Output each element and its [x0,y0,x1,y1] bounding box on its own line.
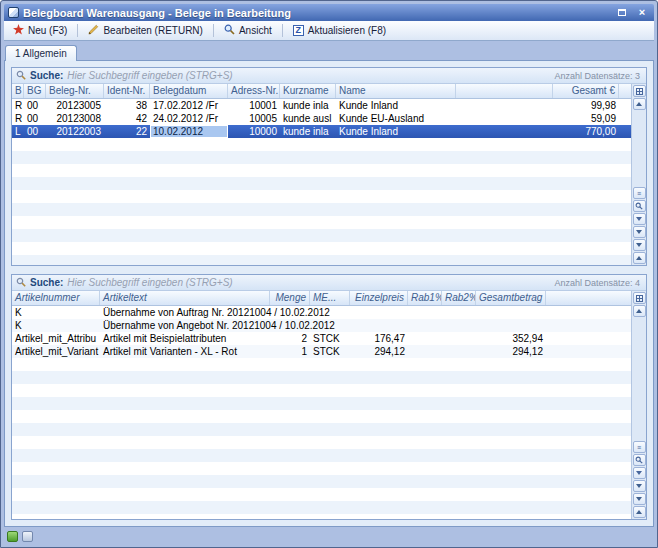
table-row[interactable]: K Übernahme von Angebot Nr. 20121004 / 1… [12,319,631,332]
search-icon [635,202,643,211]
documents-panel: Suche: Anzahl Datensätze: 3 B BG Beleg-N… [11,67,647,266]
maximize-button[interactable] [614,6,630,19]
table-row[interactable]: Artikel_mit_Attribu Artikel mit Beispiel… [12,332,631,345]
documents-search-row: Suche: Anzahl Datensätze: 3 [12,68,646,84]
column-header-einzelpreis[interactable]: Einzelpreis [350,291,408,305]
view-button[interactable]: Ansicht [218,22,278,39]
column-header-artikelnummer[interactable]: Artikelnummer [12,291,100,305]
column-header-beleg-nr[interactable]: Beleg-Nr. [46,84,104,98]
column-header-bg[interactable]: BG [24,84,46,98]
cell-belegdatum-editor[interactable]: 10.02.2012 [150,125,228,138]
documents-scrollbar: ≡ [631,84,646,265]
positions-search-input[interactable] [67,276,550,289]
positions-panel: Suche: Anzahl Datensätze: 4 Artikelnumme… [11,274,647,520]
column-header-kurzname[interactable]: Kurzname [280,84,336,98]
column-header-gesamt[interactable]: Gesamt € [553,84,619,98]
refresh-button[interactable]: Z Aktualisieren (F8) [287,22,392,39]
arrow-up-icon [636,102,642,106]
list-icon: ≡ [637,444,641,451]
column-chooser-button[interactable] [633,85,646,97]
toolbar-separator [213,24,214,37]
cell-adress-nr: 10001 [228,99,280,112]
table-row[interactable]: R 00 20123005 38 17.02.2012 /Fr 10001 ku… [12,99,631,112]
page-down-button[interactable] [633,493,646,505]
close-icon: × [639,7,645,18]
table-row[interactable]: Artikel_mit_Variant Artikel mit Variante… [12,345,631,358]
empty-rows-area [12,358,631,519]
column-header-artikeltext[interactable]: Artikeltext [100,291,270,305]
scroll-down-button[interactable] [633,226,646,238]
app-window: Belegboard Warenausgang - Belege in Bear… [0,0,658,548]
tab-allgemein[interactable]: 1 Allgemein [5,45,77,61]
column-header-end [619,84,631,98]
column-header-menge[interactable]: Menge [270,291,310,305]
view-button-label: Ansicht [239,25,272,36]
grid-columns-button[interactable]: ≡ [633,441,646,453]
table-row[interactable]: K Übernahme von Auftrag Nr. 20121004 / 1… [12,306,631,319]
grid-search-button[interactable] [633,454,646,466]
documents-search-input[interactable] [67,69,550,82]
window-title: Belegboard Warenausgang - Belege in Bear… [23,7,610,19]
cell-gesamt: 59,09 [553,112,619,125]
status-bar [4,527,654,544]
cell-kurzname: kunde ausl [280,112,336,125]
column-header-adress-nr[interactable]: Adress-Nr. [228,84,280,98]
cell-name: Kunde Inland [336,99,456,112]
positions-record-count: Anzahl Datensätze: 4 [554,278,642,288]
positions-search-row: Suche: Anzahl Datensätze: 4 [12,275,646,291]
page-up-button[interactable] [633,252,646,264]
column-header-name[interactable]: Name [336,84,456,98]
documents-grid: B BG Beleg-Nr. Ident-Nr. Belegdatum Adre… [12,84,646,265]
app-icon [8,7,19,18]
cell-gesamtbetrag [476,319,546,332]
cell-menge: 2 [270,332,310,345]
column-header-b[interactable]: B [12,84,24,98]
documents-table-header: B BG Beleg-Nr. Ident-Nr. Belegdatum Adre… [12,84,631,99]
titlebar[interactable]: Belegboard Warenausgang - Belege in Bear… [4,4,654,21]
cell-kurzname: kunde inla [280,125,336,138]
column-header-belegdatum[interactable]: Belegdatum [150,84,228,98]
cell-belegdatum: 17.02.2012 /Fr [150,99,228,112]
status-info-icon[interactable] [22,531,33,542]
edit-pencil-icon [88,24,99,37]
tab-strip: 1 Allgemein [4,41,654,60]
search-label: Suche: [30,70,63,81]
cell-artikeltext: Übernahme von Auftrag Nr. 20121004 / 10.… [100,306,270,319]
table-row-selected[interactable]: L 00 20122003 22 10.02.2012 10000 kunde … [12,125,631,138]
status-ok-icon[interactable] [7,531,18,542]
new-button[interactable]: Neu (F3) [7,22,73,39]
table-row[interactable]: R 00 20123008 42 24.02.2012 /Fr 10005 ku… [12,112,631,125]
grid-columns-button[interactable]: ≡ [633,187,646,199]
cell-einzelpreis: 176,47 [350,332,408,345]
page-up-button[interactable] [633,506,646,518]
grid-filter-button[interactable] [633,213,646,225]
refresh-icon: Z [293,25,304,36]
edit-button-label: Bearbeiten (RETURN) [103,25,202,36]
page-down-button[interactable] [633,239,646,251]
cell-ident-nr: 38 [104,99,150,112]
column-header-ident-nr[interactable]: Ident-Nr. [104,84,150,98]
column-header-gesamtbetrag[interactable]: Gesamtbetrag [476,291,546,305]
column-header-rab1[interactable]: Rab1% [408,291,442,305]
cell-artikeltext: Artikel mit Beispielattributen [100,332,270,345]
column-header-filler [546,291,631,305]
scroll-up-button[interactable] [633,305,646,317]
scroll-down-button[interactable] [633,480,646,492]
cell-artikelnummer: K [12,306,100,319]
cell-einzelpreis [350,306,408,319]
cell-artikeltext: Artikel mit Varianten - XL - Rot [100,345,270,358]
edit-button[interactable]: Bearbeiten (RETURN) [82,22,208,39]
arrow-down-icon [636,497,642,501]
cell-rab1 [408,319,442,332]
column-header-me[interactable]: ME... [310,291,350,305]
grid-filter-button[interactable] [633,467,646,479]
scroll-up-button[interactable] [633,98,646,110]
cell-artikelnummer: Artikel_mit_Variant [12,345,100,358]
search-icon [16,70,26,82]
close-button[interactable]: × [634,6,650,19]
column-header-rab2[interactable]: Rab2% [442,291,476,305]
search-label: Suche: [30,277,63,288]
cell-rab2 [442,345,476,358]
grid-search-button[interactable] [633,200,646,212]
column-chooser-button[interactable] [633,292,646,304]
